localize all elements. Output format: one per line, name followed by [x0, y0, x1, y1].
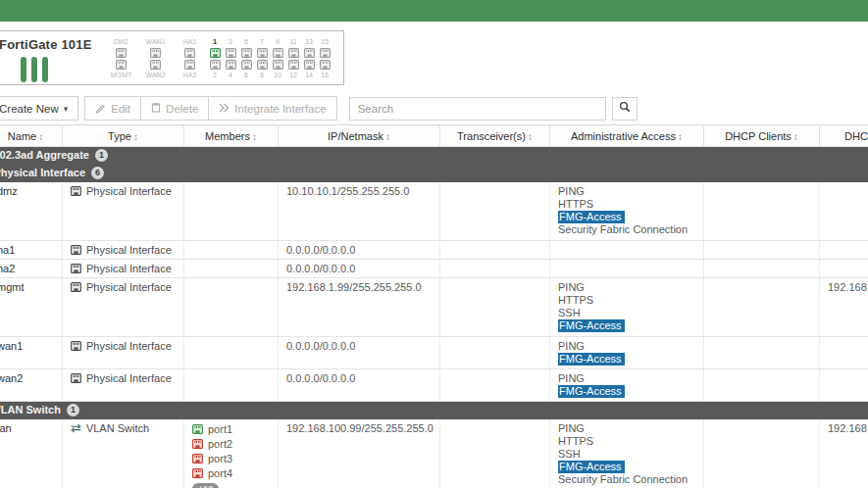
device-model-label: FortiGate 101E: [0, 37, 92, 52]
cell-dhcp-clients: [704, 369, 820, 402]
cell-dhcp-ranges: [820, 182, 868, 241]
edit-button[interactable]: Edit: [84, 96, 141, 121]
create-new-label: Create New: [0, 103, 59, 115]
column-header-dhcp-clients[interactable]: DHCP Clients↕: [704, 125, 820, 147]
port-icon: [150, 60, 161, 70]
port-label: 12: [289, 72, 297, 79]
cell-dhcp-clients: [704, 260, 820, 278]
access-item: SSH: [558, 307, 703, 319]
port-label: WAN1: [146, 38, 166, 46]
cell-transceivers: [440, 419, 550, 488]
group-label: VLAN Switch: [0, 404, 61, 415]
column-header-ip-netmask[interactable]: IP/Netmask↕: [279, 125, 440, 147]
column-header-members[interactable]: Members↕: [184, 125, 279, 147]
cell-admin-access: [550, 241, 704, 260]
chevron-down-icon: ▾: [64, 104, 69, 114]
search-input[interactable]: [349, 97, 606, 121]
integrate-interface-button[interactable]: Integrate Interface: [209, 96, 336, 121]
device-port-grid: DMZ MGMTWAN1 WAN2HA1 HA21 23: [106, 37, 332, 79]
port-label: MGMT: [111, 72, 131, 79]
cell-transceivers: [440, 182, 550, 241]
sort-icon: ↕: [385, 131, 390, 142]
app-viewport: FortiGate 101E DMZ MGMTWAN1 WAN2HA1 HA21: [0, 0, 868, 488]
column-header-dhcp-ranges[interactable]: DHCP Ranges↕: [820, 125, 868, 147]
member-more-badge[interactable]: +12: [192, 483, 219, 488]
table-row[interactable]: dmz Physical Interface10.10.10.1/255.255…: [0, 182, 868, 241]
access-item: PING: [558, 372, 703, 385]
sort-icon: ↕: [678, 131, 683, 142]
cell-admin-access: [550, 260, 704, 278]
device-port-column: 13 14: [303, 38, 316, 79]
cell-name: wan2: [0, 369, 63, 402]
port-label: 3: [229, 38, 232, 46]
access-item-highlighted: FMG-Access: [558, 211, 703, 223]
port-icon: [257, 60, 268, 70]
port-icon: [273, 48, 283, 58]
cell-transceivers: [440, 278, 550, 337]
table-row[interactable]: lan⇄VLAN Switch port1 port2 port3 port4+…: [0, 419, 868, 488]
device-led-indicators: [21, 57, 92, 82]
port-icon: [241, 60, 252, 70]
port-icon: [226, 48, 236, 58]
cell-dhcp-ranges: [820, 241, 868, 260]
access-item: PING: [558, 185, 703, 198]
sort-icon: ↕: [133, 131, 138, 142]
device-port-column: DMZ MGMT: [106, 38, 137, 79]
table-row[interactable]: wan1 Physical Interface0.0.0.0/0.0.0.0PI…: [0, 337, 868, 369]
table-row[interactable]: mgmt Physical Interface192.168.1.99/255.…: [0, 278, 868, 337]
pencil-icon: [95, 104, 106, 114]
port-icon: [116, 48, 127, 58]
sort-icon: ↕: [793, 131, 798, 142]
physical-interface-icon: [71, 341, 81, 351]
cell-members: [184, 337, 279, 369]
group-header-row[interactable]: 802.3ad Aggregate1: [0, 147, 868, 165]
cell-transceivers: [440, 241, 550, 260]
column-header-type[interactable]: Type↕: [63, 125, 184, 147]
cell-type: ⇄VLAN Switch: [63, 419, 184, 488]
port-label: 1: [213, 38, 217, 46]
column-header-transceiver-s-[interactable]: Transceiver(s)↕: [440, 125, 550, 147]
device-port-column: 15 16: [319, 38, 332, 79]
group-header-row[interactable]: Physical Interface6: [0, 165, 868, 182]
double-chevron-right-icon: [219, 103, 230, 115]
device-port-column: HA1 HA2: [175, 38, 206, 79]
column-header-name[interactable]: Name↕: [0, 125, 63, 147]
port-icon: [304, 48, 315, 58]
cell-dhcp-clients: [704, 419, 820, 488]
table-row[interactable]: wan2 Physical Interface0.0.0.0/0.0.0.0PI…: [0, 369, 868, 402]
interface-toolbar: Create New ▾ Edit Delete Integrate Inter…: [0, 96, 868, 121]
member-item: port3: [192, 452, 278, 466]
sort-icon: ↕: [38, 131, 43, 142]
power-led-bar: [21, 57, 26, 82]
port-label: HA2: [183, 72, 197, 79]
access-item: PING: [558, 340, 703, 353]
access-item: HTTPS: [558, 435, 703, 448]
cell-type: Physical Interface: [63, 278, 184, 337]
cell-admin-access: PINGHTTPSFMG-AccessSecurity Fabric Conne…: [550, 182, 704, 241]
member-port-icon: [192, 454, 203, 464]
group-label: Physical Interface: [0, 167, 85, 178]
table-row[interactable]: ha1 Physical Interface0.0.0.0/0.0.0.0: [0, 241, 868, 260]
cell-dhcp-clients: [704, 182, 820, 241]
port-icon: [184, 48, 195, 58]
access-item: HTTPS: [558, 198, 703, 211]
table-row[interactable]: ha2 Physical Interface0.0.0.0/0.0.0.0: [0, 260, 868, 278]
search-button[interactable]: [612, 97, 638, 121]
port-icon: [116, 60, 127, 70]
port-label: 13: [305, 38, 313, 46]
cell-dhcp-ranges: 192.168.1.: [820, 278, 868, 337]
access-item-highlighted: FMG-Access: [558, 319, 703, 332]
port-label: 9: [276, 38, 280, 46]
port-icon: [210, 60, 221, 70]
device-port-column: 7 8: [256, 38, 269, 79]
port-icon: [288, 48, 299, 58]
create-new-button[interactable]: Create New ▾: [0, 96, 78, 121]
cell-members: [184, 260, 279, 278]
access-item-highlighted: FMG-Access: [558, 461, 703, 473]
group-header-row[interactable]: VLAN Switch1: [0, 402, 868, 419]
delete-button[interactable]: Delete: [141, 96, 209, 121]
power-led-bar: [31, 57, 37, 82]
column-header-administrative-access[interactable]: Administrative Access↕: [550, 125, 704, 147]
group-count-badge: 6: [91, 167, 104, 179]
group-count-badge: 1: [95, 149, 108, 162]
